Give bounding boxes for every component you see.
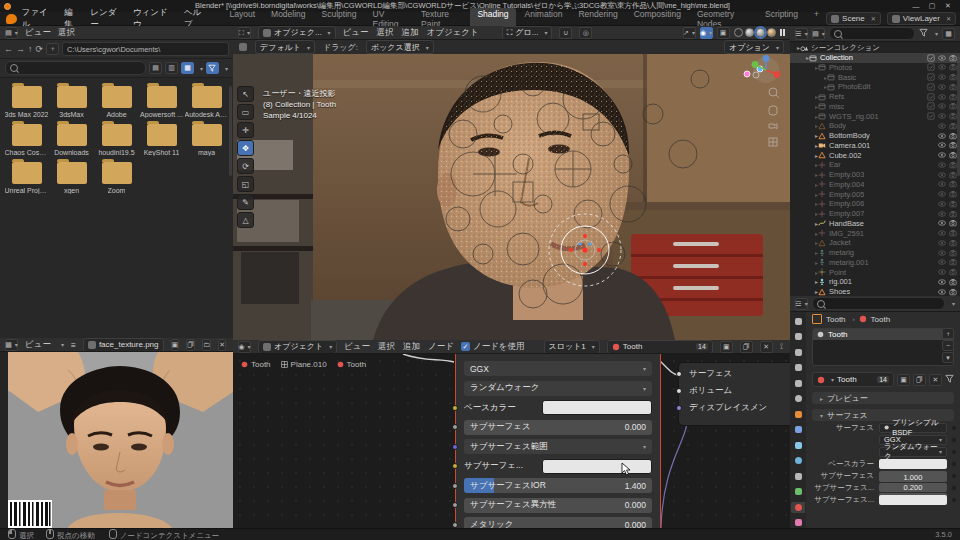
outliner-item-Empty.007[interactable]: ▸Empty.007 — [790, 209, 960, 219]
outliner-search-input[interactable] — [829, 27, 915, 40]
slot-selector[interactable]: スロット1▾ — [544, 340, 600, 354]
checkbox-icon[interactable] — [927, 102, 935, 110]
folder-item[interactable]: houdini19.5 — [94, 124, 139, 156]
shading-wireframe-icon[interactable] — [734, 28, 743, 37]
node-input-socket[interactable] — [452, 522, 458, 528]
open-image-folder-icon[interactable]: 🗀 — [202, 339, 211, 351]
use-nodes-checkbox[interactable]: ✓ ノードを使用 — [461, 341, 525, 353]
file-browser-menu-view[interactable]: ビュー — [25, 27, 51, 39]
node-slider[interactable]: サブサーフェスIOR1.400 — [464, 478, 652, 493]
material-slot-item[interactable]: Tooth — [813, 329, 953, 340]
surface-shader-selector[interactable]: プリンシプルBSDF — [879, 423, 947, 433]
outliner-item-Point[interactable]: ▸Point — [790, 267, 960, 277]
hide-eye-icon[interactable] — [938, 229, 946, 237]
hide-eye-icon[interactable] — [938, 268, 946, 276]
node-slider[interactable]: サブサーフェス異方性0.000 — [464, 498, 652, 513]
properties-tab-render[interactable] — [791, 331, 805, 342]
hide-eye-icon[interactable] — [938, 161, 946, 169]
vector-component[interactable]: 0.200 — [879, 483, 947, 492]
hide-eye-icon[interactable] — [938, 63, 946, 71]
disable-render-camera-icon[interactable] — [949, 122, 957, 130]
node-row-サブサーフェス[interactable]: サブサーフェス0.000 — [464, 420, 652, 435]
copy-datablock-icon[interactable]: 🗍 — [913, 374, 926, 386]
hide-eye-icon[interactable] — [938, 219, 946, 227]
node-row-GGX[interactable]: GGX▾ — [464, 361, 652, 376]
hide-eye-icon[interactable] — [938, 239, 946, 247]
disable-render-camera-icon[interactable] — [949, 161, 957, 169]
add-slot-button[interactable]: ＋ — [942, 328, 954, 339]
path-field[interactable]: C:\Users\cgwor\Documents\ — [62, 42, 229, 56]
outliner-item-HandBase[interactable]: ▸HandBase — [790, 219, 960, 229]
image-canvas[interactable] — [8, 352, 233, 528]
fake-user-shield-icon[interactable]: ▣ — [171, 339, 180, 351]
vector-component[interactable]: 1.000 — [879, 473, 947, 482]
node-input-socket[interactable] — [452, 424, 458, 430]
disable-render-camera-icon[interactable] — [949, 112, 957, 120]
hide-eye-icon[interactable] — [938, 73, 946, 81]
outliner-item-Shoes[interactable]: ▸Shoes — [790, 287, 960, 296]
cursor-tool[interactable]: ✛ — [237, 122, 254, 138]
folder-item[interactable]: 3ds Max 2022 — [4, 86, 49, 118]
node-dropdown[interactable]: サブサーフェス範囲▾ — [464, 439, 652, 454]
editor-type-icon[interactable]: ▩▾ — [5, 339, 18, 351]
disable-render-camera-icon[interactable] — [949, 210, 957, 218]
filter-chevron[interactable]: ▾ — [935, 30, 938, 37]
menus-overflow-chevron[interactable]: ▾ — [61, 341, 64, 348]
properties-search-input[interactable] — [812, 297, 945, 310]
tweak-tool[interactable]: ↖ — [237, 86, 254, 102]
outliner-item-シーンコレクション[interactable]: ▸シーンコレクション — [790, 43, 960, 53]
node-input-socket[interactable] — [452, 405, 458, 411]
image-editor-menu-view[interactable]: ビュー — [25, 339, 51, 351]
unlink-icon[interactable]: ✕ — [929, 374, 942, 386]
folder-item[interactable]: Chaos Cosmos — [4, 124, 49, 156]
blender-logo-icon[interactable] — [6, 14, 17, 24]
outliner-item-rig.001[interactable]: ▸rig.001 — [790, 277, 960, 287]
show-gizmo-icon[interactable]: ↗▾ — [683, 27, 696, 39]
back-icon[interactable]: ← — [4, 44, 13, 54]
node-input-socket[interactable] — [452, 483, 458, 489]
display-mode-icon[interactable]: ▤▾ — [812, 28, 825, 40]
properties-tab-view-layer[interactable] — [791, 362, 805, 373]
measure-tool[interactable]: △ — [237, 212, 254, 228]
checkbox-icon[interactable] — [927, 93, 935, 101]
remove-slot-button[interactable]: − — [942, 340, 954, 351]
folder-item[interactable]: KeyShot 11 — [139, 124, 184, 156]
up-icon[interactable]: ↑ — [28, 44, 33, 54]
file-browser-menu-select[interactable]: 選択 — [58, 27, 75, 39]
disable-render-camera-icon[interactable] — [949, 54, 957, 62]
material-filter-icon[interactable] — [945, 374, 954, 385]
viewport-menu-ビュー[interactable]: ビュー — [343, 27, 369, 39]
hide-eye-icon[interactable] — [938, 83, 946, 91]
new-folder-icon[interactable]: ＋ — [46, 43, 59, 55]
hide-eye-icon[interactable] — [938, 132, 946, 140]
hide-eye-icon[interactable] — [938, 54, 946, 62]
color-swatch[interactable] — [542, 400, 652, 415]
hide-eye-icon[interactable] — [938, 93, 946, 101]
xray-toggle-icon[interactable]: ▣ — [717, 27, 730, 39]
transform-orientation-selector[interactable]: ⛶ グロ...▾ — [502, 26, 553, 40]
disable-render-camera-icon[interactable] — [949, 141, 957, 149]
disable-render-camera-icon[interactable] — [949, 151, 957, 159]
editor-type-icon[interactable]: ☰▾ — [795, 28, 808, 40]
hide-eye-icon[interactable] — [938, 102, 946, 110]
folder-item[interactable]: xgen — [49, 162, 94, 194]
folder-item[interactable]: Adobe — [94, 86, 139, 118]
viewport-canvas[interactable]: ユーザー・遠近投影 (8) Collection | Tooth Sample … — [233, 54, 790, 340]
folder-item[interactable]: maya — [184, 124, 229, 156]
properties-tab-physics[interactable] — [791, 455, 805, 466]
outliner-item-BottomBody[interactable]: ▸BottomBody — [790, 131, 960, 141]
hide-eye-icon[interactable] — [938, 171, 946, 179]
editor-type-icon[interactable]: ▤▾ — [5, 27, 18, 39]
node-row-サブサーフェス異方性[interactable]: サブサーフェス異方性0.000 — [464, 498, 652, 513]
hide-eye-icon[interactable] — [938, 180, 946, 188]
outliner-item-PhotoEdit[interactable]: ▸PhotoEdit — [790, 82, 960, 92]
viewport-menu-選択[interactable]: 選択 — [377, 27, 394, 39]
properties-tab-tool[interactable] — [791, 316, 805, 327]
select-box-tool[interactable]: ▭ — [237, 104, 254, 120]
outliner-item-Collection[interactable]: ▸Collection — [790, 53, 960, 63]
maximize-button[interactable]: ▢ — [924, 2, 940, 10]
material-selector[interactable]: ▾ Tooth 14 — [812, 372, 894, 387]
node-row-サブサーフェスIOR[interactable]: サブサーフェスIOR1.400 — [464, 478, 652, 493]
node-row-サブサーフェス範囲[interactable]: サブサーフェス範囲▾ — [464, 439, 652, 454]
viewport-menu-追加[interactable]: 追加 — [402, 27, 419, 39]
